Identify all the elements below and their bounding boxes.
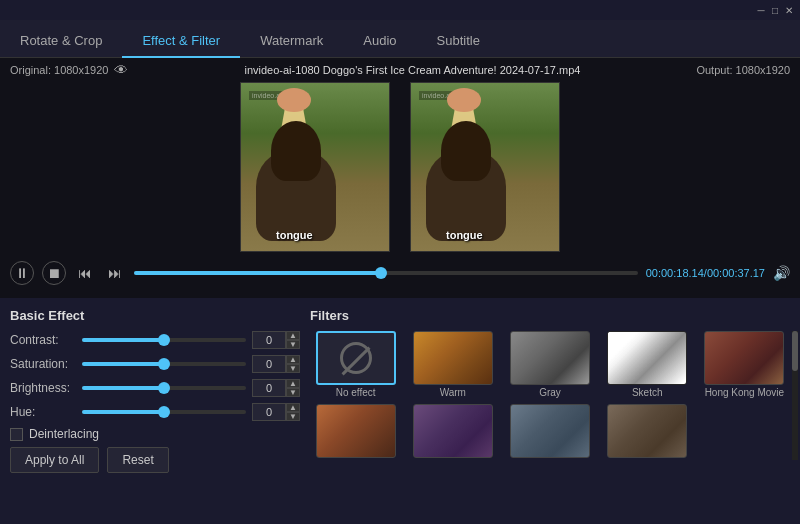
saturation-value-input[interactable]: 0 (252, 355, 286, 373)
contrast-value-input[interactable]: 0 (252, 331, 286, 349)
filter-gray-thumb (510, 331, 590, 385)
filters-panel: Filters No effect Warm Gra (310, 308, 790, 524)
filter-hk-thumb (704, 331, 784, 385)
reset-button[interactable]: Reset (107, 447, 168, 473)
hue-value-input[interactable]: 0 (252, 403, 286, 421)
hue-up-button[interactable]: ▲ (286, 403, 300, 412)
output-resolution-label: Output: 1080x1920 (696, 64, 790, 76)
volume-icon[interactable]: 🔊 (773, 265, 790, 281)
bottom-panel: Basic Effect Contrast: 0 ▲ ▼ Saturation: (0, 298, 800, 524)
saturation-handle[interactable] (158, 358, 170, 370)
contrast-row: Contrast: 0 ▲ ▼ (10, 331, 300, 349)
filters-scrollbar[interactable] (792, 331, 798, 460)
filter-sketch-thumb (607, 331, 687, 385)
basic-effect-panel: Basic Effect Contrast: 0 ▲ ▼ Saturation: (10, 308, 300, 524)
brightness-slider[interactable] (82, 386, 246, 390)
saturation-up-button[interactable]: ▲ (286, 355, 300, 364)
video-thumb-right: invideo.ai/create tongue (410, 82, 560, 252)
filter-warm[interactable]: Warm (407, 331, 498, 398)
brightness-up-button[interactable]: ▲ (286, 379, 300, 388)
hue-fill (82, 410, 164, 414)
tab-bar: Rotate & Crop Effect & Filter Watermark … (0, 20, 800, 58)
hue-row: Hue: 0 ▲ ▼ (10, 403, 300, 421)
time-total: 00:00:37.17 (707, 267, 765, 279)
contrast-fill (82, 338, 164, 342)
filters-title: Filters (310, 308, 790, 323)
hue-handle[interactable] (158, 406, 170, 418)
filter-row2-d[interactable] (602, 404, 693, 460)
original-resolution-label: Original: 1080x1920 (10, 64, 108, 76)
filters-scroll-area: No effect Warm Gray Sketch (310, 331, 790, 460)
contrast-down-button[interactable]: ▼ (286, 340, 300, 349)
filter-row2-a[interactable] (310, 404, 401, 460)
deinterlacing-row: Deinterlacing (10, 427, 300, 441)
brightness-down-button[interactable]: ▼ (286, 388, 300, 397)
filter-no-effect-label: No effect (336, 387, 376, 398)
tab-audio[interactable]: Audio (343, 25, 416, 58)
tab-effect-filter[interactable]: Effect & Filter (122, 25, 240, 58)
stop-button[interactable]: ⏹ (42, 261, 66, 285)
maximize-button[interactable]: □ (768, 3, 782, 17)
saturation-down-button[interactable]: ▼ (286, 364, 300, 373)
tab-subtitle[interactable]: Subtitle (417, 25, 500, 58)
filters-grid: No effect Warm Gray Sketch (310, 331, 790, 460)
filter-hk-label: Hong Kong Movie (705, 387, 785, 398)
hue-spinner: ▲ ▼ (286, 403, 300, 421)
filter-gray-label: Gray (539, 387, 561, 398)
saturation-input-group: 0 ▲ ▼ (252, 355, 300, 373)
saturation-slider[interactable] (82, 362, 246, 366)
progress-fill (134, 271, 381, 275)
action-buttons: Apply to All Reset (10, 447, 300, 473)
filter-row2-b[interactable] (407, 404, 498, 460)
filter-gray[interactable]: Gray (504, 331, 595, 398)
video-preview-area: invideo.ai/create tongue invideo.ai/crea… (0, 82, 800, 257)
brightness-handle[interactable] (158, 382, 170, 394)
pause-button[interactable]: ⏸ (10, 261, 34, 285)
contrast-label: Contrast: (10, 333, 82, 347)
filter-sketch-label: Sketch (632, 387, 663, 398)
filter-sketch[interactable]: Sketch (602, 331, 693, 398)
filters-scroll-handle[interactable] (792, 331, 798, 371)
contrast-up-button[interactable]: ▲ (286, 331, 300, 340)
minimize-button[interactable]: ─ (754, 3, 768, 17)
thumb-label-right: tongue (446, 229, 483, 241)
brightness-fill (82, 386, 164, 390)
contrast-handle[interactable] (158, 334, 170, 346)
eye-icon[interactable]: 👁 (114, 62, 128, 78)
deinterlacing-label: Deinterlacing (29, 427, 99, 441)
time-display: 00:00:18.14/00:00:37.17 (646, 267, 765, 279)
filter-row2-c[interactable] (504, 404, 595, 460)
title-bar: ─ □ ✕ (0, 0, 800, 20)
next-frame-button[interactable]: ⏭ (104, 262, 126, 284)
basic-effect-title: Basic Effect (10, 308, 300, 323)
progress-handle[interactable] (375, 267, 387, 279)
hue-label: Hue: (10, 405, 82, 419)
filter-row2b-thumb (413, 404, 493, 458)
video-info-bar: Original: 1080x1920 👁 invideo-ai-1080 Do… (0, 58, 800, 82)
prev-frame-button[interactable]: ⏮ (74, 262, 96, 284)
filter-no-effect-thumb (316, 331, 396, 385)
filter-row2a-thumb (316, 404, 396, 458)
progress-bar[interactable] (134, 271, 638, 275)
filter-no-effect[interactable]: No effect (310, 331, 401, 398)
brightness-label: Brightness: (10, 381, 82, 395)
tab-watermark[interactable]: Watermark (240, 25, 343, 58)
playback-bar: ⏸ ⏹ ⏮ ⏭ 00:00:18.14/00:00:37.17 🔊 (0, 257, 800, 289)
contrast-spinner: ▲ ▼ (286, 331, 300, 349)
hue-down-button[interactable]: ▼ (286, 412, 300, 421)
filter-row2d-thumb (607, 404, 687, 458)
filter-hk-movie[interactable]: Hong Kong Movie (699, 331, 790, 398)
saturation-row: Saturation: 0 ▲ ▼ (10, 355, 300, 373)
filter-warm-thumb (413, 331, 493, 385)
deinterlacing-checkbox[interactable] (10, 428, 23, 441)
thumb-label-left: tongue (276, 229, 313, 241)
brightness-value-input[interactable]: 0 (252, 379, 286, 397)
time-current: 00:00:18.14 (646, 267, 704, 279)
contrast-slider[interactable] (82, 338, 246, 342)
tab-rotate-crop[interactable]: Rotate & Crop (0, 25, 122, 58)
brightness-row: Brightness: 0 ▲ ▼ (10, 379, 300, 397)
video-thumb-left: invideo.ai/create tongue (240, 82, 390, 252)
hue-slider[interactable] (82, 410, 246, 414)
close-button[interactable]: ✕ (782, 3, 796, 17)
apply-to-all-button[interactable]: Apply to All (10, 447, 99, 473)
